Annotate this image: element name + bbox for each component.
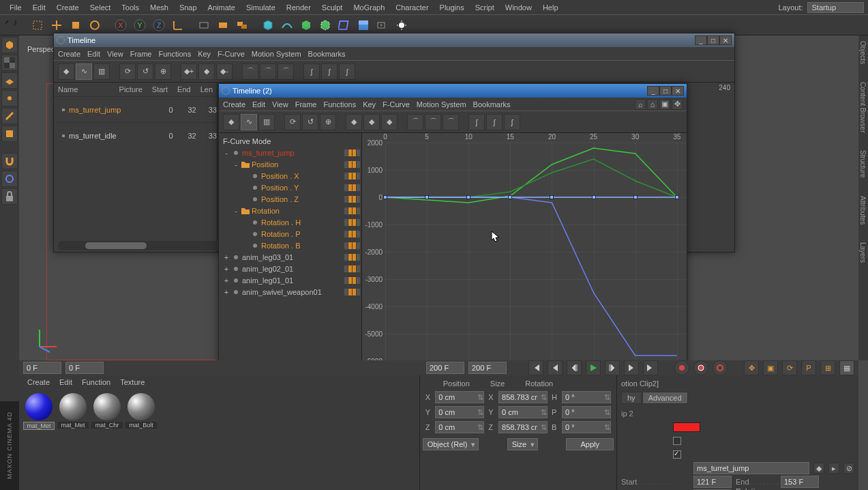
menu-item[interactable]: Edit bbox=[252, 100, 265, 109]
search-icon[interactable]: ⌕ bbox=[635, 99, 646, 110]
keyframe-marker[interactable] bbox=[466, 195, 470, 199]
keyframe-marker[interactable] bbox=[633, 195, 638, 199]
key-del-icon[interactable]: ◆- bbox=[216, 63, 233, 80]
menu-item[interactable]: Bookmarks bbox=[473, 100, 511, 109]
tangent-icon[interactable]: ⌒ bbox=[425, 114, 441, 130]
menu-item[interactable]: MoGraph bbox=[348, 2, 390, 13]
light-icon[interactable] bbox=[393, 16, 410, 34]
ease-icon[interactable]: ∫ bbox=[504, 114, 520, 130]
undo-icon[interactable] bbox=[3, 16, 20, 34]
pos-field[interactable]: ⇅ bbox=[435, 421, 484, 433]
frame-fwd-icon[interactable] bbox=[605, 360, 620, 375]
tangent-icon[interactable]: ⌒ bbox=[407, 114, 423, 130]
tree-node[interactable]: Rotation . P bbox=[220, 228, 360, 240]
rot-field[interactable]: ⇅ bbox=[562, 391, 611, 403]
keyframe-marker[interactable] bbox=[425, 195, 429, 199]
menu-item[interactable]: Key bbox=[198, 50, 211, 58]
size-field[interactable]: ⇅ bbox=[498, 406, 548, 418]
checkbox[interactable] bbox=[673, 450, 681, 459]
menu-item[interactable]: View bbox=[272, 100, 288, 109]
menu-item[interactable]: Functions bbox=[323, 100, 356, 109]
maximize-button[interactable]: □ bbox=[707, 35, 719, 45]
tangent-icon[interactable]: ⌒ bbox=[443, 114, 459, 130]
start-frame-field[interactable] bbox=[23, 362, 61, 374]
tree-node[interactable]: -Position bbox=[220, 158, 360, 170]
environment-icon[interactable] bbox=[355, 16, 372, 34]
coord-mode-dropdown[interactable]: Object (Rel) bbox=[423, 438, 479, 450]
rot-field[interactable]: ⇅ bbox=[562, 421, 611, 433]
size-mode-dropdown[interactable]: Size bbox=[507, 438, 538, 450]
tab-layers[interactable]: Layers bbox=[858, 241, 868, 264]
frame-icon[interactable]: ▣ bbox=[659, 99, 670, 110]
tangent-icon[interactable]: ⌒ bbox=[260, 63, 276, 80]
minimize-button[interactable]: _ bbox=[695, 35, 707, 45]
menu-item[interactable]: Frame bbox=[130, 50, 152, 58]
menu-item[interactable]: Edit bbox=[27, 2, 51, 13]
tool-icon[interactable]: ⊕ bbox=[155, 63, 171, 80]
menu-item[interactable]: Motion System bbox=[417, 100, 466, 109]
menu-item[interactable]: Script bbox=[470, 2, 500, 13]
menu-item[interactable]: Function bbox=[82, 378, 110, 386]
motion-mode-icon[interactable]: ▥ bbox=[93, 63, 110, 80]
key-pos-icon[interactable]: ✥ bbox=[744, 360, 759, 375]
move-icon[interactable] bbox=[48, 16, 65, 34]
menu-item[interactable]: Simulate bbox=[241, 2, 281, 13]
menu-item[interactable]: Functions bbox=[158, 50, 191, 58]
tree-node[interactable]: Position . Y bbox=[220, 182, 360, 193]
tab-content-browser[interactable]: Content Browser bbox=[858, 81, 868, 134]
preview-min-field[interactable] bbox=[65, 362, 104, 374]
poly-mode-icon[interactable] bbox=[1, 126, 18, 142]
menu-item[interactable]: F-Curve bbox=[218, 50, 245, 58]
tree-node[interactable]: +anim_swivel_weapon01 bbox=[220, 286, 360, 298]
record-button[interactable] bbox=[674, 360, 689, 375]
menu-item[interactable]: Help bbox=[537, 2, 564, 13]
pos-field[interactable]: ⇅ bbox=[435, 391, 484, 403]
tree-node[interactable]: Position . X bbox=[220, 170, 360, 182]
nurbs-icon[interactable] bbox=[297, 16, 315, 34]
checkbox[interactable] bbox=[673, 437, 681, 445]
tab-attributes[interactable]: Attributes bbox=[858, 194, 868, 226]
ease-icon[interactable]: ∫ bbox=[303, 63, 320, 80]
window-titlebar[interactable]: Timeline _ □ ✕ bbox=[54, 33, 734, 47]
tree-node[interactable]: +anim_leg03_01 bbox=[220, 251, 360, 263]
key-mode-icon[interactable]: ◆ bbox=[58, 63, 74, 80]
menu-item[interactable]: Sculpt bbox=[316, 2, 348, 13]
tangent-icon[interactable]: ⌒ bbox=[278, 63, 294, 80]
point-mode-icon[interactable] bbox=[1, 90, 18, 106]
menu-item[interactable]: Bookmarks bbox=[308, 50, 346, 58]
menu-item[interactable]: Motion System bbox=[252, 50, 301, 58]
tab-structure[interactable]: Structure bbox=[858, 149, 868, 179]
end-field[interactable] bbox=[781, 476, 819, 488]
ease-icon[interactable]: ∫ bbox=[339, 63, 355, 80]
home-icon[interactable]: ⌂ bbox=[647, 99, 658, 110]
start-field[interactable] bbox=[693, 476, 732, 488]
key-add-icon[interactable]: ◆ bbox=[363, 114, 380, 130]
tangent-icon[interactable]: ⌒ bbox=[242, 63, 258, 80]
color-swatch[interactable] bbox=[673, 422, 700, 432]
deformer-icon[interactable] bbox=[335, 16, 353, 34]
play-button[interactable] bbox=[586, 360, 601, 375]
menu-item[interactable]: F-Curve bbox=[383, 100, 410, 109]
maximize-button[interactable]: □ bbox=[659, 86, 672, 96]
step-back-icon[interactable] bbox=[548, 360, 563, 375]
pos-field[interactable]: ⇅ bbox=[435, 406, 484, 418]
rot-field[interactable]: ⇅ bbox=[562, 406, 611, 418]
menu-item[interactable]: Render bbox=[281, 2, 316, 13]
menu-item[interactable]: Select bbox=[85, 2, 117, 13]
tree-node[interactable]: Rotation . B bbox=[220, 240, 360, 251]
autokey-button[interactable] bbox=[693, 360, 708, 375]
tool-icon[interactable]: ↺ bbox=[302, 114, 318, 130]
link-icon[interactable]: ▸ bbox=[828, 463, 839, 474]
magnet-icon[interactable] bbox=[1, 153, 18, 169]
key-rot-icon[interactable]: ⟳ bbox=[782, 360, 797, 375]
menu-item[interactable]: Edit bbox=[87, 50, 100, 58]
menu-item[interactable]: Tools bbox=[116, 2, 145, 13]
fcurve-mode-icon[interactable]: ∿ bbox=[76, 63, 92, 80]
keyselect-button[interactable] bbox=[713, 360, 728, 375]
key-move-icon[interactable]: ◆ bbox=[198, 63, 215, 80]
key-param-icon[interactable]: P bbox=[801, 360, 816, 375]
menu-item[interactable]: Window bbox=[500, 2, 537, 13]
tree-node[interactable]: +anim_leg01_01 bbox=[220, 274, 360, 286]
render-settings-icon[interactable] bbox=[233, 16, 251, 34]
key-add-icon[interactable]: ◆ bbox=[346, 114, 362, 130]
